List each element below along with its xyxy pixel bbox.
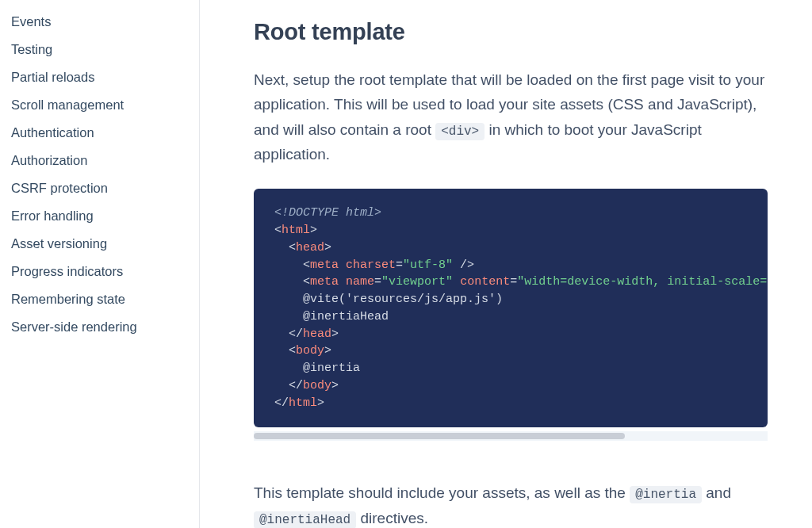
sidebar-item-authentication[interactable]: Authentication xyxy=(11,119,199,147)
code-block-wrapper: <!DOCTYPE html> <html> <head> <meta char… xyxy=(254,189,768,441)
outro-text-1: This template should include your assets… xyxy=(254,484,630,501)
page-heading: Root template xyxy=(254,19,812,45)
sidebar-item-asset-versioning[interactable]: Asset versioning xyxy=(11,230,199,258)
inline-code-inertia: @inertia xyxy=(630,486,702,503)
sidebar-item-error-handling[interactable]: Error handling xyxy=(11,202,199,230)
code-block[interactable]: <!DOCTYPE html> <html> <head> <meta char… xyxy=(254,189,768,427)
main-content: Root template Next, setup the root templ… xyxy=(200,0,812,528)
sidebar-item-scroll-management[interactable]: Scroll management xyxy=(11,91,199,119)
sidebar-item-testing[interactable]: Testing xyxy=(11,36,199,63)
inline-code-div: <div> xyxy=(435,123,485,140)
scrollbar-thumb[interactable] xyxy=(254,433,625,439)
sidebar-item-authorization[interactable]: Authorization xyxy=(11,147,199,174)
inline-code-inertiahead: @inertiaHead xyxy=(254,511,356,528)
sidebar-item-progress-indicators[interactable]: Progress indicators xyxy=(11,258,199,285)
sidebar-item-events[interactable]: Events xyxy=(11,8,199,36)
horizontal-scrollbar[interactable] xyxy=(254,431,768,441)
sidebar-item-remembering-state[interactable]: Remembering state xyxy=(11,285,199,313)
outro-text-3: directives. xyxy=(356,510,428,526)
outro-paragraph: This template should include your assets… xyxy=(254,480,777,528)
intro-paragraph: Next, setup the root template that will … xyxy=(254,67,777,166)
outro-text-2: and xyxy=(702,484,731,501)
code-doctype: <!DOCTYPE html> xyxy=(274,206,381,220)
sidebar-item-csrf-protection[interactable]: CSRF protection xyxy=(11,174,199,202)
sidebar-item-partial-reloads[interactable]: Partial reloads xyxy=(11,63,199,91)
sidebar: Events Testing Partial reloads Scroll ma… xyxy=(0,0,200,528)
sidebar-item-server-side-rendering[interactable]: Server-side rendering xyxy=(11,313,199,341)
